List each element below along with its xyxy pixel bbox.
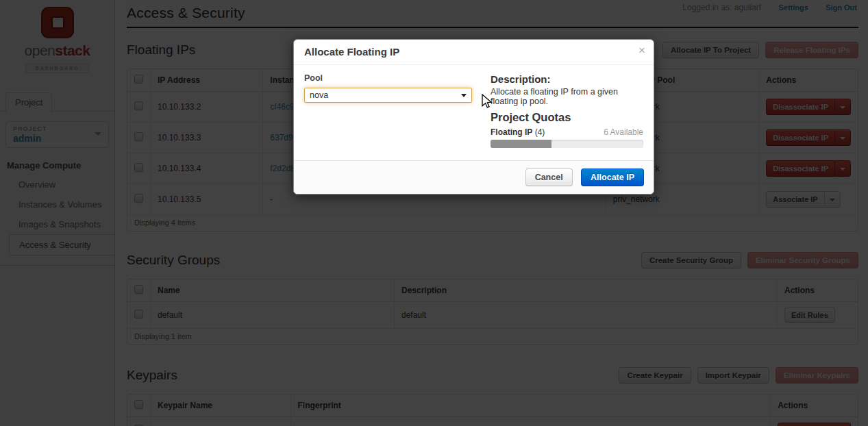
- cancel-button[interactable]: Cancel: [525, 168, 573, 186]
- pool-select[interactable]: nova: [304, 88, 472, 103]
- caret-down-icon: [461, 94, 467, 97]
- modal-title: Allocate Floating IP: [304, 46, 399, 58]
- modal-body: Pool nova Description: Allocate a floati…: [294, 65, 654, 160]
- modal-header: Allocate Floating IP ×: [294, 40, 654, 65]
- openstack-dashboard-page: openstack DASHBOARD Project PROJECT admi…: [0, 0, 868, 426]
- quota-progress-fill: [491, 140, 551, 148]
- description-title: Description:: [491, 73, 643, 85]
- allocate-ip-button[interactable]: Allocate IP: [581, 168, 644, 186]
- allocate-floating-ip-modal: Allocate Floating IP × Pool nova Descrip…: [293, 39, 654, 195]
- quota-available: 6 Available: [604, 127, 643, 137]
- project-quotas-title: Project Quotas: [491, 111, 643, 124]
- quota-label: Floating IP (4): [491, 127, 545, 137]
- description-text: Allocate a floating IP from a given floa…: [491, 87, 643, 106]
- pool-select-value: nova: [310, 90, 328, 100]
- modal-footer: Cancel Allocate IP: [294, 160, 654, 194]
- close-icon[interactable]: ×: [638, 44, 645, 58]
- quota-progress-bar: [491, 140, 643, 148]
- pool-label: Pool: [304, 73, 475, 83]
